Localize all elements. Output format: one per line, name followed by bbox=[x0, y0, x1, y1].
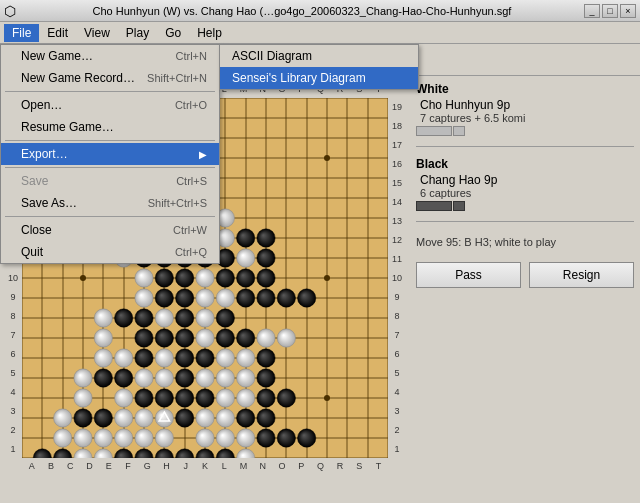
row-num: 18 bbox=[388, 117, 406, 136]
restore-button[interactable]: □ bbox=[602, 4, 618, 18]
col-label: D bbox=[80, 457, 99, 475]
menu-new-game-record[interactable]: New Game Record… Shift+Ctrl+N bbox=[1, 67, 219, 89]
row-num: 5 bbox=[4, 363, 22, 382]
title-bar-title: Cho Hunhyun (W) vs. Chang Hao (…go4go_20… bbox=[20, 5, 584, 17]
black-label: Black bbox=[416, 157, 634, 171]
row-num: 10 bbox=[388, 269, 406, 288]
white-stone-bar-2 bbox=[453, 126, 465, 136]
row-num: 3 bbox=[4, 401, 22, 420]
resign-button[interactable]: Resign bbox=[529, 262, 634, 288]
menu-close[interactable]: Close Ctrl+W bbox=[1, 219, 219, 241]
row-num: 16 bbox=[388, 155, 406, 174]
row-num: 9 bbox=[4, 288, 22, 307]
black-player-name: Chang Hao 9p bbox=[420, 173, 634, 187]
black-stone-bar-2 bbox=[453, 201, 465, 211]
row-nums-right: 19181716151413121110987654321 bbox=[388, 98, 406, 458]
menu-export[interactable]: Export… ▶ bbox=[1, 143, 219, 165]
col-label: L bbox=[215, 457, 234, 475]
row-num: 2 bbox=[388, 420, 406, 439]
white-player-section: White Cho Hunhyun 9p 7 captures + 6.5 ko… bbox=[416, 82, 634, 136]
export-sensei[interactable]: Sensei's Library Diagram bbox=[220, 67, 418, 89]
minimize-button[interactable]: _ bbox=[584, 4, 600, 18]
col-label: K bbox=[195, 457, 214, 475]
menu-help[interactable]: Help bbox=[189, 24, 230, 42]
row-num: 14 bbox=[388, 193, 406, 212]
menu-quit[interactable]: Quit Ctrl+Q bbox=[1, 241, 219, 263]
white-label: White bbox=[416, 82, 634, 96]
col-label: F bbox=[118, 457, 137, 475]
row-num: 8 bbox=[388, 306, 406, 325]
white-captures: 7 captures + 6.5 komi bbox=[420, 112, 634, 124]
menu-bar: File Edit View Play Go Help bbox=[0, 22, 640, 44]
menu-edit[interactable]: Edit bbox=[39, 24, 76, 42]
white-stones-indicator bbox=[416, 126, 634, 136]
col-label: M bbox=[234, 457, 253, 475]
row-num: 4 bbox=[4, 382, 22, 401]
player-divider bbox=[416, 146, 634, 147]
row-num: 1 bbox=[4, 439, 22, 458]
menu-new-game[interactable]: New Game… Ctrl+N bbox=[1, 45, 219, 67]
col-labels-bottom: ABCDEFGHJKLMNOPQRST bbox=[22, 457, 388, 475]
col-label: G bbox=[138, 457, 157, 475]
col-label: Q bbox=[311, 457, 330, 475]
menu-resume-game[interactable]: Resume Game… bbox=[1, 116, 219, 138]
black-player-section: Black Chang Hao 9p 6 captures bbox=[416, 157, 634, 211]
row-num: 9 bbox=[388, 288, 406, 307]
title-bar-controls: _ □ × bbox=[584, 4, 636, 18]
file-menu: New Game… Ctrl+N New Game Record… Shift+… bbox=[0, 44, 220, 264]
menu-file[interactable]: File bbox=[4, 24, 39, 42]
close-button[interactable]: × bbox=[620, 4, 636, 18]
col-label: E bbox=[99, 457, 118, 475]
row-num: 4 bbox=[388, 382, 406, 401]
col-label: N bbox=[253, 457, 272, 475]
white-stone-bar-1 bbox=[416, 126, 452, 136]
menu-sep-3 bbox=[5, 167, 215, 168]
row-num: 12 bbox=[388, 231, 406, 250]
row-num: 7 bbox=[388, 325, 406, 344]
row-num: 1 bbox=[388, 439, 406, 458]
row-num: 6 bbox=[388, 344, 406, 363]
menu-sep-1 bbox=[5, 91, 215, 92]
row-num: 5 bbox=[388, 363, 406, 382]
white-player-name: Cho Hunhyun 9p bbox=[420, 98, 634, 112]
row-num: 8 bbox=[4, 306, 22, 325]
col-label: T bbox=[369, 457, 388, 475]
row-num: 2 bbox=[4, 420, 22, 439]
side-panel: White Cho Hunhyun 9p 7 captures + 6.5 ko… bbox=[410, 76, 640, 503]
pass-button[interactable]: Pass bbox=[416, 262, 521, 288]
col-label: H bbox=[157, 457, 176, 475]
row-num: 6 bbox=[4, 344, 22, 363]
move-info: Move 95: B H3; white to play bbox=[416, 236, 634, 248]
row-num: 13 bbox=[388, 212, 406, 231]
menu-open[interactable]: Open… Ctrl+O bbox=[1, 94, 219, 116]
row-num: 3 bbox=[388, 401, 406, 420]
col-label: C bbox=[61, 457, 80, 475]
col-label: R bbox=[330, 457, 349, 475]
row-num: 17 bbox=[388, 136, 406, 155]
black-stone-bar-1 bbox=[416, 201, 452, 211]
col-label: S bbox=[350, 457, 369, 475]
move-divider bbox=[416, 221, 634, 222]
col-label: J bbox=[176, 457, 195, 475]
export-ascii[interactable]: ASCII Diagram bbox=[220, 45, 418, 67]
menu-go[interactable]: Go bbox=[157, 24, 189, 42]
title-bar-icon: ⬡ bbox=[4, 3, 16, 19]
row-num: 15 bbox=[388, 174, 406, 193]
menu-save-as[interactable]: Save As… Shift+Ctrl+S bbox=[1, 192, 219, 214]
action-buttons: Pass Resign bbox=[416, 262, 634, 288]
menu-view[interactable]: View bbox=[76, 24, 118, 42]
menu-sep-2 bbox=[5, 140, 215, 141]
title-bar: ⬡ Cho Hunhyun (W) vs. Chang Hao (…go4go_… bbox=[0, 0, 640, 22]
row-num: 10 bbox=[4, 269, 22, 288]
menu-save[interactable]: Save Ctrl+S bbox=[1, 170, 219, 192]
col-label: A bbox=[22, 457, 41, 475]
row-num: 7 bbox=[4, 325, 22, 344]
black-stones-indicator bbox=[416, 201, 634, 211]
col-label: B bbox=[41, 457, 60, 475]
row-num: 19 bbox=[388, 98, 406, 117]
menu-play[interactable]: Play bbox=[118, 24, 157, 42]
black-captures: 6 captures bbox=[420, 187, 634, 199]
export-submenu: ASCII Diagram Sensei's Library Diagram bbox=[219, 44, 419, 90]
col-label: O bbox=[272, 457, 291, 475]
menu-sep-4 bbox=[5, 216, 215, 217]
